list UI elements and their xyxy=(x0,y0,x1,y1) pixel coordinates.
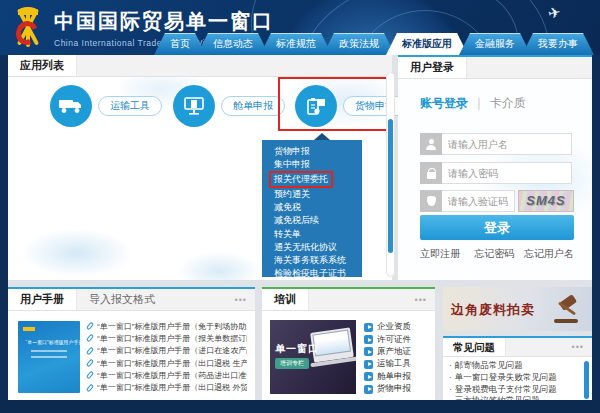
site-title: 中国国际贸易单一窗口 xyxy=(54,8,274,35)
captcha-input[interactable] xyxy=(442,190,515,212)
list-item[interactable]: 原产地证 xyxy=(364,346,434,358)
training-header: 培训 ••• xyxy=(262,289,435,311)
tab-user-login[interactable]: 用户登录 xyxy=(398,57,467,78)
app-icons-row: 运输工具 舱单申报 货物申报 xyxy=(8,85,392,135)
list-item[interactable]: 邮寄物品常见问题 xyxy=(449,360,581,372)
menu-item-centralized-declaration[interactable]: 集中申报 xyxy=(262,158,362,171)
play-icon xyxy=(364,360,373,369)
more-icon[interactable]: ••• xyxy=(235,289,255,310)
cargo-icon xyxy=(295,85,337,127)
nav-tab-news[interactable]: 信息动态 xyxy=(197,33,269,55)
gavel-icon xyxy=(552,295,582,323)
more-icon[interactable]: ••• xyxy=(572,338,592,356)
page: ✈ 中国国际贸易单一窗口 China International Trade S… xyxy=(0,0,600,413)
paperclip-icon xyxy=(86,346,94,355)
login-mode-switch: 账号登录 | 卡介质 xyxy=(420,95,526,112)
list-item[interactable]: 舱单申报 xyxy=(364,371,434,383)
paperclip-icon xyxy=(86,322,94,331)
tab-training[interactable]: 培训 xyxy=(262,289,309,310)
nav-tab-policies[interactable]: 政策法规 xyxy=(323,33,395,55)
captcha-image[interactable]: SM4S xyxy=(518,190,574,212)
shield-icon xyxy=(420,190,442,212)
app-manifest-declaration[interactable]: 舱单申报 xyxy=(173,85,285,127)
list-item[interactable]: 许可证件 xyxy=(364,333,434,345)
user-manuals-panel: 用户手册 导入报文格式 ••• “单一窗口”标准版用户手册 “单一窗口”标准版用… xyxy=(8,287,255,400)
page-footer xyxy=(0,400,600,413)
menu-item-tax-reduction-followup[interactable]: 减免税后续 xyxy=(262,214,362,227)
username-input[interactable] xyxy=(442,133,572,155)
lock-icon xyxy=(420,162,442,184)
training-image-badge: 培训专栏 xyxy=(275,358,309,369)
training-list: 企业资质 许可证件 原产地证 运输工具 舱单申报 货物申报 xyxy=(364,321,434,394)
list-item[interactable]: 货物申报 xyxy=(364,383,434,394)
faq-scrollbar[interactable] xyxy=(584,361,589,399)
list-item[interactable]: “单一窗口”标准版用户手册（报关单数据订阅... xyxy=(88,332,248,344)
password-input[interactable] xyxy=(442,162,572,184)
paperclip-icon xyxy=(86,383,94,392)
manuals-header: 用户手册 导入报文格式 ••• xyxy=(8,289,255,311)
tab-faq[interactable]: 常见问题 xyxy=(443,338,506,356)
airplane-icon: ✈ xyxy=(546,3,562,23)
nav-tab-services[interactable]: 我要办事 xyxy=(522,33,594,55)
truck-icon xyxy=(50,85,92,127)
app-transport-tools[interactable]: 运输工具 xyxy=(50,85,162,127)
dropdown-arrow-icon xyxy=(314,133,330,140)
menu-item-customs-affairs-system[interactable]: 海关事务联系系统 xyxy=(262,254,362,267)
faq-header: 常见问题 ••• xyxy=(443,338,592,357)
list-item[interactable]: 企业资质 xyxy=(364,321,434,333)
menu-item-inspection-certificate[interactable]: 检验检疫电子证书 xyxy=(262,267,362,280)
main-nav: 首页 信息动态 标准规范 政策法规 标准版应用 金融服务 我要办事 xyxy=(163,33,594,55)
user-login-panel: 用户登录 账号登录 | 卡介质 SM4S 登录 立即注册 忘记密码 忘记用户名 xyxy=(398,55,592,280)
play-icon xyxy=(364,385,373,394)
list-item[interactable]: “单一窗口”标准版用户手册（进口在途农产品... xyxy=(88,345,248,357)
tab-user-manual[interactable]: 用户手册 xyxy=(8,289,77,310)
list-item[interactable]: “单一窗口”标准版用户手册（出口退税 外贸... xyxy=(88,381,248,393)
forgot-username-link[interactable]: 忘记用户名 xyxy=(524,248,574,259)
nav-tab-finance[interactable]: 金融服务 xyxy=(459,33,531,55)
auction-banner-title: 边角废料拍卖 xyxy=(451,301,535,319)
application-list-header: 应用列表 xyxy=(8,55,392,77)
tab-import-message-format[interactable]: 导入报文格式 xyxy=(77,289,167,310)
nav-tab-standard-apps[interactable]: 标准版应用 xyxy=(386,33,468,55)
menu-item-appointment-clearance[interactable]: 预约通关 xyxy=(262,188,362,201)
menu-item-customs-broker-delegation[interactable]: 报关代理委托 xyxy=(262,171,362,188)
register-link[interactable]: 立即注册 xyxy=(420,247,460,261)
scrollbar-thumb[interactable] xyxy=(388,119,393,253)
list-item[interactable]: “单一窗口”标准版用户手册（出口退税 生产... xyxy=(88,357,248,369)
book-cover-title: “单一窗口”标准版用户手册 xyxy=(26,339,73,345)
manual-book-cover[interactable]: “单一窗口”标准版用户手册 xyxy=(18,321,80,393)
faq-panel: 常见问题 ••• 邮寄物品常见问题 单一窗口登录失败常见问题 登录税费电子支付常… xyxy=(443,336,592,400)
cargo-dropdown-menu: 货物申报 集中申报 报关代理委托 预约通关 减免税 减免税后续 转关单 通关无纸… xyxy=(262,140,362,277)
forgot-password-link[interactable]: 忘记密码 xyxy=(474,248,514,259)
nav-tab-standards[interactable]: 标准规范 xyxy=(260,33,332,55)
menu-item-paperless-agreement[interactable]: 通关无纸化协议 xyxy=(262,241,362,254)
list-item[interactable]: 登录税费电子支付常见问题 xyxy=(449,384,581,396)
tab-account-login[interactable]: 账号登录 xyxy=(420,96,468,110)
list-item[interactable]: “单一窗口”标准版用户手册（药品进出口准许... xyxy=(88,369,248,381)
paperclip-icon xyxy=(86,371,94,380)
header: ✈ 中国国际贸易单一窗口 China International Trade S… xyxy=(0,0,600,55)
training-panel: 培训 ••• 单一窗口 培训专栏 企业资质 许可证件 原产地证 运输工具 舱单申… xyxy=(262,287,435,400)
training-promo-image[interactable]: 单一窗口 培训专栏 xyxy=(270,320,356,394)
menu-item-transit-form[interactable]: 转关单 xyxy=(262,228,362,241)
login-button[interactable]: 登录 xyxy=(420,215,574,240)
play-icon xyxy=(364,347,373,356)
tab-card-login[interactable]: 卡介质 xyxy=(490,96,526,110)
training-image-title: 单一窗口 xyxy=(275,342,319,356)
tab-application-list[interactable]: 应用列表 xyxy=(8,55,77,76)
paperclip-icon xyxy=(86,334,94,343)
password-field-group xyxy=(420,162,572,184)
customs-caduceus-logo xyxy=(10,5,46,50)
app-panel-scrollbar[interactable] xyxy=(386,72,395,277)
mode-separator: | xyxy=(477,96,480,110)
list-item[interactable]: 运输工具 xyxy=(364,358,434,370)
menu-item-cargo-declaration[interactable]: 货物申报 xyxy=(262,145,362,158)
more-icon[interactable]: ••• xyxy=(415,289,435,310)
paperclip-icon xyxy=(86,359,94,368)
scrap-auction-banner[interactable]: 边角废料拍卖 xyxy=(443,287,592,331)
list-item[interactable]: 单一窗口登录失败常见问题 xyxy=(449,372,581,384)
menu-item-tax-reduction[interactable]: 减免税 xyxy=(262,201,362,214)
list-item[interactable]: “单一窗口”标准版用户手册（免于到场协助查... xyxy=(88,320,248,332)
play-icon xyxy=(364,323,373,332)
application-list-panel: 应用列表 运输工具 舱单申报 货物申报 xyxy=(8,55,392,280)
